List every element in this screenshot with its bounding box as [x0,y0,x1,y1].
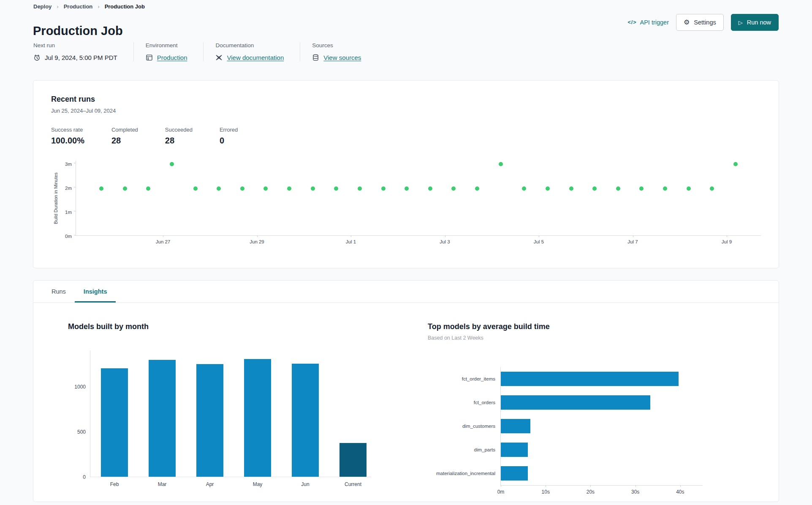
dbt-docs-icon [215,54,223,61]
run-duration-dot[interactable] [616,186,620,191]
y-tick-label: 0m [65,234,72,239]
stat-item: Errored0 [220,127,238,146]
run-duration-dot[interactable] [263,186,268,191]
x-tick-label: 30s [631,489,639,495]
top-models-plot: 0m10s20s30s40s [500,367,703,486]
models-built-y-axis: 05001000 [68,351,90,477]
run-duration-dot[interactable] [334,186,338,191]
run-duration-dot[interactable] [499,162,503,166]
header-actions: </> API trigger ⚙ Settings ▷ Run now [627,14,779,31]
y-tick-label: 1000 [74,384,86,390]
run-duration-dot[interactable] [217,186,221,191]
x-tick-label: Jun 29 [250,239,264,244]
meta-environment: Environment Production [133,42,204,61]
stat-value: 100.00% [51,136,84,146]
x-category-label: Feb [110,481,119,487]
month-bar [196,364,223,477]
environment-stack-icon [146,54,153,61]
run-duration-dot[interactable] [146,186,150,191]
model-build-time-bar [501,466,528,481]
run-duration-dot[interactable] [639,186,644,191]
run-duration-dot[interactable] [99,186,103,191]
breadcrumb-item-production[interactable]: Production [64,3,93,10]
stat-value: 28 [165,136,193,146]
run-duration-dot[interactable] [170,162,174,166]
settings-button[interactable]: ⚙ Settings [676,14,724,31]
run-duration-dot[interactable] [663,186,667,191]
tab-runs[interactable]: Runs [43,281,75,302]
stat-label: Errored [220,127,238,133]
run-duration-dot[interactable] [687,186,691,191]
run-duration-dot[interactable] [546,186,550,191]
page-title: Production Job [33,24,123,38]
alarm-clock-icon [33,54,41,61]
x-tick-label: Jul 3 [440,239,450,244]
stat-item: Success rate100.00% [51,127,84,146]
model-label: dim_parts [428,438,500,462]
run-duration-dot[interactable] [592,186,597,191]
run-duration-dot[interactable] [451,186,456,191]
stat-label: Completed [111,127,138,133]
run-duration-dot[interactable] [381,186,386,191]
meta-label: Next run [33,42,117,49]
view-documentation-link[interactable]: View documentation [227,54,284,61]
month-bar [292,364,319,477]
x-tick-label: Jul 1 [346,239,356,244]
x-tick-mark [546,485,546,487]
run-duration-dot[interactable] [733,162,738,166]
run-duration-dot[interactable] [123,186,127,191]
model-build-time-bar [501,372,679,386]
x-tick-label: 0m [497,489,505,495]
x-category-label: May [253,481,263,487]
environment-link[interactable]: Production [157,54,187,61]
month-bar [244,359,271,477]
x-tick-label: 20s [587,489,595,495]
y-tick-mark [74,163,76,163]
stat-value: 0 [220,136,238,146]
api-trigger-link[interactable]: </> API trigger [627,19,669,26]
y-tick-mark [74,235,76,235]
run-now-button[interactable]: ▷ Run now [731,14,779,31]
x-tick-mark [351,235,351,237]
run-duration-dot[interactable] [475,186,479,191]
y-axis-title: Build Duration in Minutes [51,161,60,236]
x-tick-mark [633,235,633,237]
meta-sources: Sources View sources [300,42,377,61]
meta-next-run: Next run Jul 9, 2024, 5:00 PM PDT [33,42,133,61]
run-duration-dot[interactable] [428,186,432,191]
run-duration-dot[interactable] [522,186,526,191]
meta-label: Environment [146,42,187,49]
x-tick-label: Jul 7 [627,239,638,244]
run-duration-dot[interactable] [710,186,714,191]
x-tick-label: Jun 27 [156,239,171,244]
run-duration-dot[interactable] [287,186,291,191]
y-tick-label: 0 [83,474,86,480]
build-duration-plot: Jun 27Jun 29Jul 1Jul 3Jul 5Jul 7Jul 9 [76,161,761,236]
breadcrumb-item-deploy[interactable]: Deploy [33,3,52,10]
x-tick-mark [539,235,539,237]
database-icon [312,54,319,61]
stat-label: Success rate [51,127,84,133]
model-build-time-bar [501,443,528,457]
recent-runs-stats: Success rate100.00%Completed28Succeeded2… [51,127,761,146]
job-meta-row: Next run Jul 9, 2024, 5:00 PM PDT Enviro… [33,42,377,61]
x-tick-label: Jul 9 [722,239,732,244]
run-duration-dot[interactable] [311,186,315,191]
insights-charts: Models built by month 05001000 FebMarApr… [33,303,779,502]
view-sources-link[interactable]: View sources [323,54,361,61]
tab-insights[interactable]: Insights [75,281,116,302]
x-tick-mark [445,235,445,237]
y-tick-label: 2m [65,186,72,191]
model-build-time-bar [501,419,530,433]
y-tick-mark [74,187,76,187]
y-tick-label: 500 [77,429,86,435]
run-duration-dot[interactable] [569,186,573,191]
run-duration-dot[interactable] [193,186,198,191]
run-duration-dot[interactable] [240,186,244,191]
x-category-label: Current [345,481,361,487]
run-duration-dot[interactable] [358,186,362,191]
run-duration-dot[interactable] [405,186,409,191]
stat-value: 28 [111,136,138,146]
x-tick-mark [163,235,163,237]
x-tick-mark [257,235,258,237]
